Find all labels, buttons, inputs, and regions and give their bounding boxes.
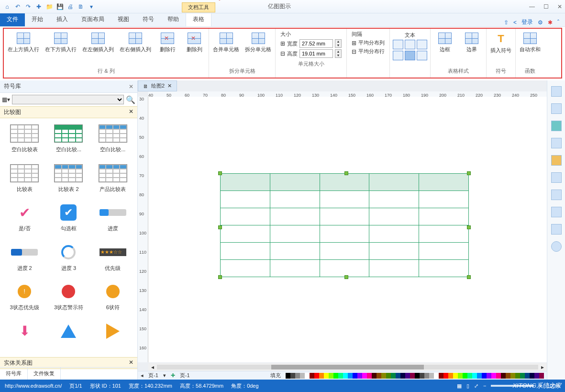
delete-col-button[interactable]: 删除列 — [183, 31, 206, 55]
tab-symbol[interactable]: 符号 — [136, 12, 161, 26]
page-tool-icon[interactable] — [551, 207, 562, 217]
horizontal-scrollbar[interactable]: ◂ ▸ — [148, 363, 547, 371]
width-input[interactable] — [299, 39, 333, 48]
width-stepper[interactable]: ▲▼ — [335, 39, 342, 48]
color-swatch[interactable] — [343, 373, 348, 379]
redo-icon[interactable]: ↷ — [24, 2, 33, 11]
color-swatch[interactable] — [367, 373, 372, 379]
shape-item[interactable] — [50, 322, 87, 347]
color-swatch[interactable] — [501, 373, 506, 379]
save-icon[interactable]: 💾 — [55, 2, 64, 11]
color-swatch[interactable] — [487, 373, 491, 379]
category-icon[interactable]: ▦▾ — [2, 96, 10, 103]
insert-col-left-button[interactable]: 在左侧插入列 — [81, 31, 115, 55]
color-swatch[interactable] — [391, 373, 396, 379]
minimize-button[interactable]: — — [529, 3, 535, 10]
shape-item[interactable]: 进度 3 — [50, 243, 87, 276]
split-cells-button[interactable]: 拆分单元格 — [244, 31, 272, 55]
sidetab-symbols[interactable]: 符号库 — [0, 368, 28, 380]
view-fit-icon[interactable]: ⤢ — [474, 383, 478, 389]
note-tool-icon[interactable] — [551, 155, 562, 166]
tab-file[interactable]: 文件 — [0, 12, 25, 26]
color-swatch[interactable] — [286, 373, 290, 379]
merge-cells-button[interactable]: 合并单元格 — [212, 31, 240, 55]
color-swatch[interactable] — [290, 373, 295, 379]
settings-icon[interactable]: ⚙ — [538, 19, 543, 26]
color-swatch[interactable] — [530, 373, 534, 379]
globe-tool-icon[interactable] — [551, 190, 562, 200]
compare-subheader[interactable]: 比较图 ✕ — [0, 106, 137, 118]
boundary-button[interactable]: 边界 — [460, 31, 483, 55]
shape-item[interactable]: !3状态优先级 — [6, 282, 43, 315]
color-swatch[interactable] — [463, 373, 467, 379]
shape-item[interactable]: ✔勾选框 — [50, 203, 87, 236]
insert-symbol-button[interactable]: T插入符号 — [489, 31, 512, 56]
shape-item[interactable]: 空白比较表 — [6, 124, 43, 157]
shape-item[interactable]: ✔是/否 — [6, 203, 43, 236]
open-icon[interactable]: 📁 — [45, 2, 54, 11]
resize-handle[interactable] — [218, 275, 222, 279]
color-swatch[interactable] — [496, 373, 501, 379]
tab-start[interactable]: 开始 — [25, 12, 50, 26]
align-bc[interactable] — [405, 51, 415, 60]
tab-layout[interactable]: 页面布局 — [75, 12, 111, 26]
color-swatch[interactable] — [443, 373, 448, 379]
tab-table[interactable]: 表格 — [186, 12, 211, 26]
color-swatch[interactable] — [386, 373, 391, 379]
tab-view[interactable]: 视图 — [111, 12, 136, 26]
undo-icon[interactable]: ↶ — [13, 2, 22, 11]
color-swatch[interactable] — [439, 373, 443, 379]
close-icon[interactable]: ✕ — [129, 83, 133, 90]
zoom-in-icon[interactable]: + — [539, 383, 542, 389]
distribute-cols-button[interactable]: ⊞平均分布列 — [352, 39, 385, 46]
canvas-viewport[interactable] — [148, 97, 547, 362]
color-swatch[interactable] — [491, 373, 496, 379]
color-swatch[interactable] — [405, 373, 410, 379]
document-tab[interactable]: 🗎 绘图2 ✕ — [138, 80, 177, 91]
login-link[interactable]: 登录 — [521, 18, 533, 26]
color-swatch[interactable] — [515, 373, 520, 379]
align-bl[interactable] — [393, 51, 403, 60]
color-swatch[interactable] — [295, 373, 300, 379]
print-icon[interactable]: 🖨 — [66, 2, 75, 11]
close-icon[interactable]: ✕ — [167, 83, 172, 89]
status-url[interactable]: http://www.edrawsoft.cn/ — [5, 383, 62, 389]
insert-row-above-button[interactable]: 在上方插入行 — [7, 31, 40, 55]
page-menu-icon[interactable]: ▾ — [163, 372, 166, 379]
sidetab-recovery[interactable]: 文件恢复 — [28, 368, 61, 380]
color-swatch[interactable] — [458, 373, 463, 379]
color-swatch[interactable] — [477, 373, 482, 379]
shape-item[interactable]: 产品比较表 — [94, 164, 132, 197]
delete-row-button[interactable]: 删除行 — [156, 31, 179, 55]
resize-handle[interactable] — [218, 171, 222, 175]
height-input[interactable] — [299, 49, 333, 58]
color-swatch[interactable] — [472, 373, 477, 379]
share-icon[interactable]: ⇧ — [504, 19, 509, 26]
resize-handle[interactable] — [344, 275, 348, 279]
fill-tool-icon[interactable] — [551, 121, 562, 131]
color-swatch[interactable] — [381, 373, 386, 379]
shape-item[interactable] — [94, 322, 132, 347]
cursor-tool-icon[interactable] — [551, 86, 562, 97]
color-swatch[interactable] — [434, 373, 439, 379]
collapse-icon[interactable]: ˆ — [557, 19, 559, 26]
page-indicator-left[interactable]: 页-1 — [148, 372, 158, 379]
color-swatch[interactable] — [424, 373, 429, 379]
color-swatch[interactable] — [310, 373, 314, 379]
border-button[interactable]: 边框 — [433, 31, 456, 55]
zoom-slider[interactable] — [491, 385, 534, 387]
layer-tool-icon[interactable] — [551, 172, 562, 183]
align-tr[interactable] — [417, 40, 427, 49]
scroll-right-icon[interactable]: ▸ — [538, 364, 547, 370]
color-swatch[interactable] — [333, 373, 338, 379]
tab-insert[interactable]: 插入 — [50, 12, 75, 26]
color-swatch[interactable] — [314, 373, 319, 379]
color-swatch[interactable] — [448, 373, 453, 379]
insert-row-below-button[interactable]: 在下方插入行 — [44, 31, 78, 55]
shape-item[interactable]: 比较表 2 — [50, 164, 87, 197]
color-swatch[interactable] — [410, 373, 415, 379]
color-swatch[interactable] — [467, 373, 472, 379]
color-swatch[interactable] — [506, 373, 510, 379]
export-icon[interactable]: 🗎 — [77, 2, 85, 11]
puzzle-icon[interactable]: ✱ — [548, 19, 553, 26]
